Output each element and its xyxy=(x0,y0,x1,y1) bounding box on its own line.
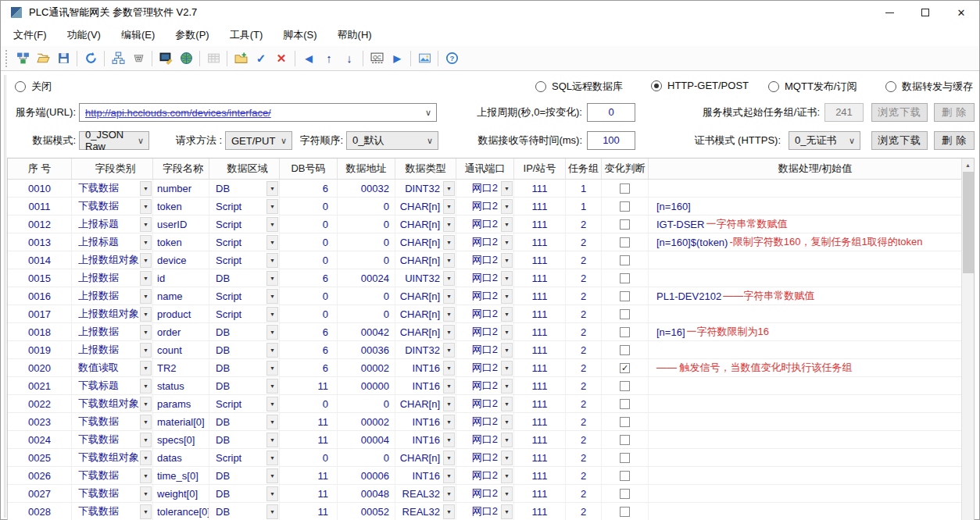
change-detect-checkbox[interactable] xyxy=(620,183,630,194)
table-row[interactable]: 0020数值读取▼TR2DB▼600002INT16▼网口2▼1112✓—— 触… xyxy=(8,359,961,377)
data-type-cell[interactable]: INT16▼ xyxy=(395,413,456,430)
task-group-cell[interactable]: 1 xyxy=(566,180,602,197)
chevron-down-icon[interactable]: ▼ xyxy=(140,253,152,268)
mode-radio-close[interactable]: 关闭 xyxy=(15,80,52,94)
data-type-cell[interactable]: DINT32▼ xyxy=(395,180,456,197)
task-group-cell[interactable]: 2 xyxy=(566,251,602,269)
table-row[interactable]: 0024下载数据▼specs[0]DB▼1100004INT16▼网口2▼111… xyxy=(8,431,961,449)
category-cell[interactable]: 下载数据▼ xyxy=(72,431,153,448)
data-type-cell[interactable]: CHAR[n]▼ xyxy=(395,305,456,322)
ip-station-cell[interactable]: 111 xyxy=(514,305,566,322)
comm-port-cell[interactable]: 网口2▼ xyxy=(456,503,514,520)
chevron-down-icon[interactable]: ▼ xyxy=(501,504,513,519)
move-down-icon[interactable]: ↓ xyxy=(339,48,359,69)
comm-port-cell[interactable]: 网口2▼ xyxy=(456,215,514,233)
chevron-down-icon[interactable]: ▼ xyxy=(140,361,152,376)
header-category[interactable]: 字段类别 xyxy=(72,158,153,179)
change-detect-checkbox[interactable] xyxy=(620,399,630,409)
chevron-down-icon[interactable]: ▼ xyxy=(443,181,455,196)
chevron-down-icon[interactable]: ▼ xyxy=(140,379,152,394)
menu-edit[interactable]: 编辑(E) xyxy=(121,28,155,42)
recv-wait-input[interactable]: 100 xyxy=(587,131,635,150)
data-area-cell[interactable]: Script▼ xyxy=(209,395,280,412)
chevron-down-icon[interactable]: ▼ xyxy=(266,271,278,286)
db-number-cell[interactable]: 11 xyxy=(280,431,338,448)
change-detect-cell[interactable] xyxy=(602,449,649,466)
data-address-cell[interactable]: 00000 xyxy=(338,377,395,394)
task-group-cell[interactable]: 2 xyxy=(566,215,602,233)
chevron-down-icon[interactable]: ▼ xyxy=(140,199,152,214)
chevron-down-icon[interactable]: ▼ xyxy=(266,217,278,232)
data-area-cell[interactable]: Script▼ xyxy=(209,449,280,466)
data-address-cell[interactable]: 00004 xyxy=(338,431,395,448)
category-cell[interactable]: 下载数据▼ xyxy=(72,467,153,484)
ip-station-cell[interactable]: 111 xyxy=(514,287,566,305)
category-cell[interactable]: 下载数据▼ xyxy=(72,485,153,502)
mode-radio-sql[interactable]: SQL远程数据库 xyxy=(535,80,623,94)
field-name-cell[interactable]: token xyxy=(153,233,209,251)
db-number-cell[interactable]: 6 xyxy=(280,180,338,197)
chevron-down-icon[interactable]: ▼ xyxy=(443,361,455,376)
field-name-cell[interactable]: params xyxy=(153,395,209,412)
db-number-cell[interactable]: 0 xyxy=(280,305,338,322)
header-init-value[interactable]: 数据处理/初始值 xyxy=(649,158,974,179)
chevron-down-icon[interactable]: ▼ xyxy=(140,486,152,501)
move-up-icon[interactable]: ↑ xyxy=(319,48,339,69)
db-number-cell[interactable]: 0 xyxy=(280,198,338,215)
chevron-down-icon[interactable]: ▼ xyxy=(140,235,152,250)
data-area-cell[interactable]: Script▼ xyxy=(209,215,280,233)
change-detect-checkbox[interactable] xyxy=(620,237,630,248)
cert-browse-download-button[interactable]: 浏览下载 xyxy=(871,131,928,150)
comm-port-cell[interactable]: 网口2▼ xyxy=(456,341,514,358)
chevron-down-icon[interactable]: ▼ xyxy=(501,397,513,411)
field-name-cell[interactable]: device xyxy=(153,251,209,269)
help-icon[interactable]: ? xyxy=(442,48,462,69)
header-field-name[interactable]: 字段名称 xyxy=(153,158,209,179)
data-address-cell[interactable]: 0 xyxy=(338,251,395,269)
menu-tools[interactable]: 工具(T) xyxy=(230,28,263,42)
chevron-down-icon[interactable]: ▼ xyxy=(443,253,455,268)
data-type-cell[interactable]: REAL32▼ xyxy=(395,503,456,520)
server-url-combobox[interactable]: http://api.hcclouds.com/devices/interfac… xyxy=(79,103,437,122)
data-address-cell[interactable]: 00024 xyxy=(338,269,395,287)
field-name-cell[interactable]: tolerance[0] xyxy=(153,503,209,520)
scroll-up-icon[interactable]: ▲ xyxy=(962,158,974,171)
table-row[interactable]: 0014上报数组对象▼deviceScript▼00CHAR[n]▼网口2▼11… xyxy=(8,251,961,269)
data-type-cell[interactable]: CHAR[n]▼ xyxy=(395,395,456,412)
header-task-group[interactable]: 任务组 xyxy=(566,158,602,179)
chevron-down-icon[interactable]: ▼ xyxy=(266,504,278,519)
chevron-down-icon[interactable]: ▼ xyxy=(501,325,513,340)
category-cell[interactable]: 下载数组对象▼ xyxy=(72,449,153,466)
change-detect-cell[interactable] xyxy=(602,485,649,502)
field-name-cell[interactable]: name xyxy=(153,287,209,305)
data-address-cell[interactable]: 00048 xyxy=(338,485,395,502)
comm-port-cell[interactable]: 网口2▼ xyxy=(456,377,514,394)
change-detect-checkbox[interactable] xyxy=(620,417,630,427)
data-area-cell[interactable]: Script▼ xyxy=(209,251,280,269)
data-area-cell[interactable]: DB▼ xyxy=(209,323,280,340)
comm-port-cell[interactable]: 网口2▼ xyxy=(456,269,514,287)
category-cell[interactable]: 下载标题▼ xyxy=(72,377,153,394)
chevron-down-icon[interactable]: ▼ xyxy=(266,486,278,501)
category-cell[interactable]: 下载数据▼ xyxy=(72,503,153,520)
data-address-cell[interactable]: 0 xyxy=(338,215,395,233)
change-detect-cell[interactable] xyxy=(602,377,649,394)
menu-help[interactable]: 帮助(H) xyxy=(338,28,372,42)
field-name-cell[interactable]: status xyxy=(153,377,209,394)
data-address-cell[interactable]: 00006 xyxy=(338,467,395,484)
table-row[interactable]: 0018上报数据▼orderDB▼600042CHAR[n]▼网口2▼1112[… xyxy=(8,323,961,341)
task-group-cell[interactable]: 2 xyxy=(566,395,602,412)
data-area-cell[interactable]: Script▼ xyxy=(209,305,280,322)
chevron-down-icon[interactable]: ▼ xyxy=(266,289,278,304)
chevron-down-icon[interactable]: ▼ xyxy=(443,415,455,429)
chevron-down-icon[interactable]: ▼ xyxy=(443,199,455,214)
db-number-cell[interactable]: 0 xyxy=(280,449,338,466)
new-folder-icon[interactable] xyxy=(231,48,251,69)
change-detect-checkbox[interactable] xyxy=(620,201,630,212)
field-name-cell[interactable]: material[0] xyxy=(153,413,209,430)
data-type-cell[interactable]: UINT32▼ xyxy=(395,269,456,287)
task-group-cell[interactable]: 2 xyxy=(566,431,602,448)
field-name-cell[interactable]: order xyxy=(153,323,209,340)
data-area-cell[interactable]: Script▼ xyxy=(209,198,280,215)
change-detect-checkbox[interactable] xyxy=(620,435,630,445)
